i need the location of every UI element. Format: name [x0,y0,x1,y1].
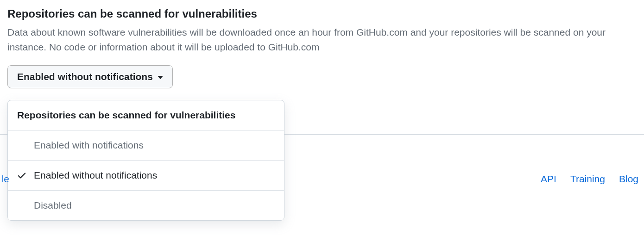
section-title: Repositories can be scanned for vulnerab… [7,7,637,20]
footer-link-blog[interactable]: Blog [619,173,638,185]
footer-link-api[interactable]: API [541,173,556,185]
dropdown-option-enabled-without-notifications[interactable]: Enabled without notifications [8,161,284,191]
dropdown-option-label: Disabled [34,200,72,211]
check-icon [16,141,27,150]
check-icon [16,171,27,180]
caret-down-icon [158,76,163,79]
footer-links: API Training Blog [541,173,638,185]
vulnerability-scan-dropdown-button[interactable]: Enabled without notifications [7,65,173,88]
footer-link-partial[interactable]: le [0,173,9,185]
dropdown-option-label: Enabled without notifications [34,170,157,181]
footer-link-training[interactable]: Training [570,173,605,185]
dropdown-menu-header: Repositories can be scanned for vulnerab… [8,100,284,130]
dropdown-option-disabled[interactable]: Disabled [8,191,284,220]
check-icon [16,201,27,210]
vulnerability-scan-dropdown-menu: Repositories can be scanned for vulnerab… [7,100,284,221]
section-description: Data about known software vulnerabilitie… [7,25,637,54]
dropdown-option-enabled-with-notifications[interactable]: Enabled with notifications [8,130,284,161]
dropdown-option-label: Enabled with notifications [34,140,144,151]
dropdown-selected-label: Enabled without notifications [17,71,153,82]
